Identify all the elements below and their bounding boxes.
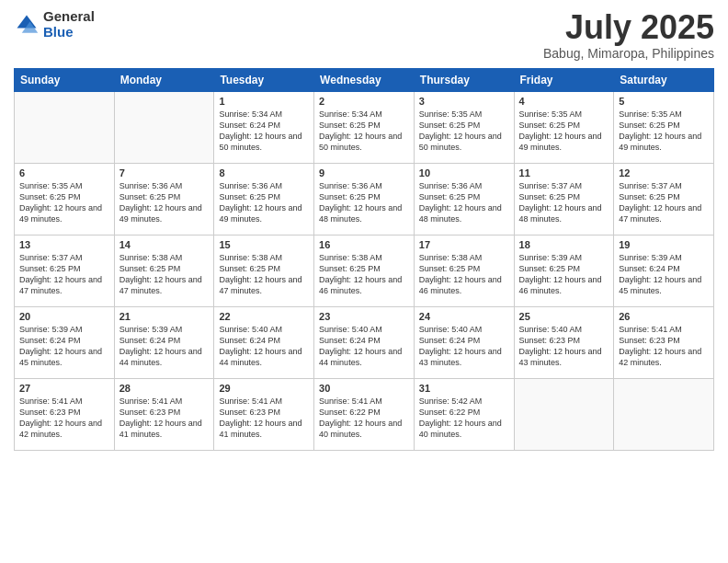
day-cell: 7Sunrise: 5:36 AM Sunset: 6:25 PM Daylig… bbox=[114, 163, 214, 235]
day-cell: 23Sunrise: 5:40 AM Sunset: 6:24 PM Dayli… bbox=[314, 306, 415, 378]
day-number: 24 bbox=[419, 311, 509, 322]
day-number: 17 bbox=[419, 239, 509, 250]
week-row-4: 20Sunrise: 5:39 AM Sunset: 6:24 PM Dayli… bbox=[15, 306, 714, 378]
day-number: 14 bbox=[119, 239, 210, 250]
day-info: Sunrise: 5:38 AM Sunset: 6:25 PM Dayligh… bbox=[119, 252, 210, 297]
weekday-header-row: SundayMondayTuesdayWednesdayThursdayFrid… bbox=[15, 68, 714, 91]
day-number: 6 bbox=[19, 167, 109, 178]
day-number: 5 bbox=[619, 96, 709, 107]
day-cell: 27Sunrise: 5:41 AM Sunset: 6:23 PM Dayli… bbox=[15, 378, 115, 450]
day-cell: 29Sunrise: 5:41 AM Sunset: 6:23 PM Dayli… bbox=[214, 378, 314, 450]
day-cell bbox=[15, 91, 115, 163]
day-info: Sunrise: 5:35 AM Sunset: 6:25 PM Dayligh… bbox=[519, 109, 609, 154]
day-cell: 20Sunrise: 5:39 AM Sunset: 6:24 PM Dayli… bbox=[15, 306, 115, 378]
day-cell bbox=[614, 378, 714, 450]
title-block: July 2025 Babug, Mimaropa, Philippines bbox=[543, 9, 714, 61]
calendar-table: SundayMondayTuesdayWednesdayThursdayFrid… bbox=[14, 68, 714, 451]
day-cell: 8Sunrise: 5:36 AM Sunset: 6:25 PM Daylig… bbox=[214, 163, 314, 235]
day-number: 15 bbox=[219, 239, 309, 250]
day-info: Sunrise: 5:41 AM Sunset: 6:23 PM Dayligh… bbox=[219, 396, 309, 441]
day-info: Sunrise: 5:38 AM Sunset: 6:25 PM Dayligh… bbox=[419, 252, 509, 297]
logo-blue: Blue bbox=[43, 25, 95, 40]
day-number: 20 bbox=[19, 311, 109, 322]
day-info: Sunrise: 5:39 AM Sunset: 6:24 PM Dayligh… bbox=[619, 252, 709, 297]
day-number: 10 bbox=[419, 167, 509, 178]
logo-text: General Blue bbox=[43, 9, 95, 40]
day-number: 22 bbox=[219, 311, 309, 322]
day-cell: 21Sunrise: 5:39 AM Sunset: 6:24 PM Dayli… bbox=[114, 306, 214, 378]
day-number: 26 bbox=[619, 311, 709, 322]
day-info: Sunrise: 5:40 AM Sunset: 6:23 PM Dayligh… bbox=[519, 324, 609, 369]
day-number: 31 bbox=[419, 383, 509, 394]
day-info: Sunrise: 5:39 AM Sunset: 6:24 PM Dayligh… bbox=[19, 324, 109, 369]
day-cell: 13Sunrise: 5:37 AM Sunset: 6:25 PM Dayli… bbox=[15, 235, 115, 306]
day-number: 29 bbox=[219, 383, 309, 394]
day-info: Sunrise: 5:36 AM Sunset: 6:25 PM Dayligh… bbox=[419, 180, 509, 225]
day-number: 16 bbox=[319, 239, 409, 250]
day-number: 27 bbox=[19, 383, 109, 394]
day-cell: 22Sunrise: 5:40 AM Sunset: 6:24 PM Dayli… bbox=[214, 306, 314, 378]
weekday-header-friday: Friday bbox=[514, 68, 614, 91]
day-number: 21 bbox=[119, 311, 210, 322]
page: General Blue July 2025 Babug, Mimaropa, … bbox=[0, 0, 728, 563]
day-cell: 14Sunrise: 5:38 AM Sunset: 6:25 PM Dayli… bbox=[114, 235, 214, 306]
weekday-header-thursday: Thursday bbox=[414, 68, 514, 91]
day-info: Sunrise: 5:37 AM Sunset: 6:25 PM Dayligh… bbox=[619, 180, 709, 225]
day-cell: 25Sunrise: 5:40 AM Sunset: 6:23 PM Dayli… bbox=[514, 306, 614, 378]
day-number: 18 bbox=[519, 239, 609, 250]
day-cell bbox=[114, 91, 214, 163]
main-title: July 2025 bbox=[543, 9, 714, 46]
day-info: Sunrise: 5:37 AM Sunset: 6:25 PM Dayligh… bbox=[19, 252, 109, 297]
day-number: 9 bbox=[319, 167, 409, 178]
day-info: Sunrise: 5:41 AM Sunset: 6:23 PM Dayligh… bbox=[119, 396, 210, 441]
day-cell: 3Sunrise: 5:35 AM Sunset: 6:25 PM Daylig… bbox=[414, 91, 514, 163]
day-info: Sunrise: 5:39 AM Sunset: 6:25 PM Dayligh… bbox=[519, 252, 609, 297]
day-number: 28 bbox=[119, 383, 210, 394]
weekday-header-sunday: Sunday bbox=[15, 68, 115, 91]
week-row-2: 6Sunrise: 5:35 AM Sunset: 6:25 PM Daylig… bbox=[15, 163, 714, 235]
day-cell: 30Sunrise: 5:41 AM Sunset: 6:22 PM Dayli… bbox=[314, 378, 415, 450]
day-cell: 24Sunrise: 5:40 AM Sunset: 6:24 PM Dayli… bbox=[414, 306, 514, 378]
day-cell: 4Sunrise: 5:35 AM Sunset: 6:25 PM Daylig… bbox=[514, 91, 614, 163]
week-row-1: 1Sunrise: 5:34 AM Sunset: 6:24 PM Daylig… bbox=[15, 91, 714, 163]
week-row-3: 13Sunrise: 5:37 AM Sunset: 6:25 PM Dayli… bbox=[15, 235, 714, 306]
day-cell: 18Sunrise: 5:39 AM Sunset: 6:25 PM Dayli… bbox=[514, 235, 614, 306]
day-cell: 28Sunrise: 5:41 AM Sunset: 6:23 PM Dayli… bbox=[114, 378, 214, 450]
day-cell: 10Sunrise: 5:36 AM Sunset: 6:25 PM Dayli… bbox=[414, 163, 514, 235]
day-info: Sunrise: 5:41 AM Sunset: 6:23 PM Dayligh… bbox=[619, 324, 709, 369]
day-number: 23 bbox=[319, 311, 409, 322]
weekday-header-wednesday: Wednesday bbox=[314, 68, 415, 91]
logo-general: General bbox=[43, 9, 95, 25]
day-info: Sunrise: 5:35 AM Sunset: 6:25 PM Dayligh… bbox=[19, 180, 109, 225]
day-info: Sunrise: 5:41 AM Sunset: 6:23 PM Dayligh… bbox=[19, 396, 109, 441]
day-number: 8 bbox=[219, 167, 309, 178]
day-info: Sunrise: 5:38 AM Sunset: 6:25 PM Dayligh… bbox=[219, 252, 309, 297]
day-number: 30 bbox=[319, 383, 409, 394]
day-cell: 19Sunrise: 5:39 AM Sunset: 6:24 PM Dayli… bbox=[614, 235, 714, 306]
day-cell bbox=[514, 378, 614, 450]
day-cell: 5Sunrise: 5:35 AM Sunset: 6:25 PM Daylig… bbox=[614, 91, 714, 163]
day-cell: 26Sunrise: 5:41 AM Sunset: 6:23 PM Dayli… bbox=[614, 306, 714, 378]
day-info: Sunrise: 5:37 AM Sunset: 6:25 PM Dayligh… bbox=[519, 180, 609, 225]
day-info: Sunrise: 5:34 AM Sunset: 6:24 PM Dayligh… bbox=[219, 109, 309, 154]
day-cell: 1Sunrise: 5:34 AM Sunset: 6:24 PM Daylig… bbox=[214, 91, 314, 163]
day-info: Sunrise: 5:36 AM Sunset: 6:25 PM Dayligh… bbox=[319, 180, 409, 225]
day-info: Sunrise: 5:41 AM Sunset: 6:22 PM Dayligh… bbox=[319, 396, 409, 441]
header: General Blue July 2025 Babug, Mimaropa, … bbox=[14, 9, 714, 61]
day-cell: 17Sunrise: 5:38 AM Sunset: 6:25 PM Dayli… bbox=[414, 235, 514, 306]
day-info: Sunrise: 5:42 AM Sunset: 6:22 PM Dayligh… bbox=[419, 396, 509, 441]
day-number: 12 bbox=[619, 167, 709, 178]
day-cell: 6Sunrise: 5:35 AM Sunset: 6:25 PM Daylig… bbox=[15, 163, 115, 235]
day-number: 7 bbox=[119, 167, 210, 178]
day-info: Sunrise: 5:35 AM Sunset: 6:25 PM Dayligh… bbox=[419, 109, 509, 154]
day-cell: 16Sunrise: 5:38 AM Sunset: 6:25 PM Dayli… bbox=[314, 235, 415, 306]
day-info: Sunrise: 5:34 AM Sunset: 6:25 PM Dayligh… bbox=[319, 109, 409, 154]
day-cell: 12Sunrise: 5:37 AM Sunset: 6:25 PM Dayli… bbox=[614, 163, 714, 235]
day-number: 25 bbox=[519, 311, 609, 322]
day-number: 3 bbox=[419, 96, 509, 107]
day-number: 4 bbox=[519, 96, 609, 107]
day-info: Sunrise: 5:35 AM Sunset: 6:25 PM Dayligh… bbox=[619, 109, 709, 154]
day-info: Sunrise: 5:36 AM Sunset: 6:25 PM Dayligh… bbox=[219, 180, 309, 225]
logo: General Blue bbox=[14, 9, 95, 40]
day-info: Sunrise: 5:40 AM Sunset: 6:24 PM Dayligh… bbox=[419, 324, 509, 369]
